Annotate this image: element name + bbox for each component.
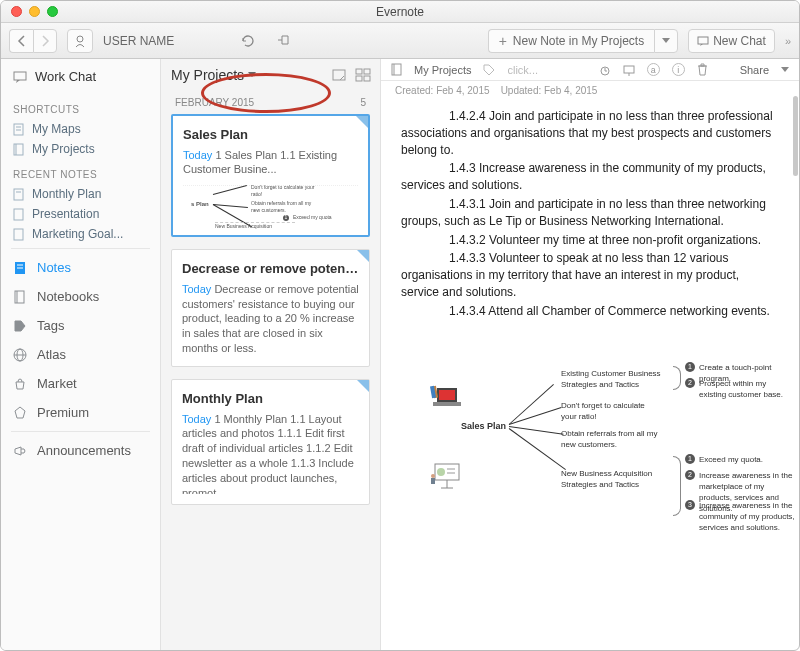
trash-icon[interactable] bbox=[697, 63, 708, 76]
date-header: FEBRUARY 2015 5 bbox=[161, 91, 380, 114]
reminder-icon[interactable] bbox=[599, 64, 611, 76]
nav-announcements[interactable]: Announcements bbox=[1, 436, 160, 465]
sidebar-item-label: My Maps bbox=[32, 122, 81, 136]
note-body[interactable]: 1.4.2.4 Join and participate in no less … bbox=[381, 100, 799, 650]
close-button[interactable] bbox=[11, 6, 22, 17]
sidebar-item-label: Presentation bbox=[32, 207, 99, 221]
window: Evernote USER NAME + New Note in My Proj… bbox=[0, 0, 800, 651]
detail-header: My Projects click... a i Share bbox=[381, 59, 799, 81]
svg-rect-6 bbox=[14, 144, 23, 155]
svg-rect-10 bbox=[14, 209, 23, 220]
note-meta: Created: Feb 4, 2015 Updated: Feb 4, 201… bbox=[381, 81, 799, 100]
card-snippet: Today Decrease or remove potential custo… bbox=[182, 282, 359, 356]
forward-button[interactable] bbox=[33, 29, 57, 53]
diagram: Sales Plan Existing Customer Business St… bbox=[401, 338, 779, 538]
sync-button[interactable] bbox=[234, 29, 262, 53]
nav-notes[interactable]: Notes bbox=[1, 253, 160, 282]
svg-rect-30 bbox=[624, 66, 634, 73]
notes-title-label: My Projects bbox=[171, 67, 244, 83]
nav-market[interactable]: Market bbox=[1, 369, 160, 398]
info-icon[interactable]: i bbox=[672, 63, 685, 76]
account-button[interactable] bbox=[67, 29, 93, 53]
body-line: 1.4.2.4 Join and participate in no less … bbox=[401, 108, 779, 158]
activity-button[interactable] bbox=[272, 29, 298, 53]
recent-header: RECENT NOTES bbox=[1, 159, 160, 184]
svg-rect-8 bbox=[14, 189, 23, 200]
diagram-node: Existing Customer Business Strategies an… bbox=[561, 368, 671, 390]
svg-rect-24 bbox=[364, 76, 370, 81]
sidebar: Work Chat SHORTCUTS My Maps My Projects … bbox=[1, 59, 161, 650]
breadcrumb[interactable]: My Projects bbox=[414, 64, 471, 76]
nav-label: Notes bbox=[37, 260, 71, 275]
nav-label: Notebooks bbox=[37, 289, 99, 304]
body-line: 1.4.3.2 Volunteer my time at three non-p… bbox=[401, 232, 779, 249]
overflow-icon[interactable]: » bbox=[785, 35, 791, 47]
nav-label: Premium bbox=[37, 405, 89, 420]
nav-atlas[interactable]: Atlas bbox=[1, 340, 160, 369]
toolbar: USER NAME + New Note in My Projects New … bbox=[1, 23, 799, 59]
list-view-icon[interactable] bbox=[332, 69, 346, 81]
back-button[interactable] bbox=[9, 29, 33, 53]
svg-point-43 bbox=[431, 474, 435, 478]
grid-view-icon[interactable] bbox=[356, 69, 370, 81]
main-area: Work Chat SHORTCUTS My Maps My Projects … bbox=[1, 59, 799, 650]
new-note-button[interactable]: + New Note in My Projects bbox=[488, 29, 655, 53]
sidebar-item-my-maps[interactable]: My Maps bbox=[1, 119, 160, 139]
note-icon bbox=[13, 123, 24, 136]
cards-list[interactable]: Sales Plan Today 1 Sales Plan 1.1 Existi… bbox=[161, 114, 380, 650]
sidebar-item-label: My Projects bbox=[32, 142, 95, 156]
new-note-label: New Note in My Projects bbox=[513, 34, 644, 48]
body-line: 1.4.3 Increase awareness in the communit… bbox=[401, 160, 779, 194]
sidebar-item-label: Monthly Plan bbox=[32, 187, 101, 201]
card-snippet: Today 1 Sales Plan 1.1 Existing Customer… bbox=[183, 148, 358, 178]
notebook-icon[interactable] bbox=[391, 63, 402, 76]
body-line: 1.4.3.4 Attend all Chamber of Commerce n… bbox=[401, 303, 779, 320]
detail-pane: My Projects click... a i Share Created: … bbox=[381, 59, 799, 650]
svg-point-0 bbox=[77, 36, 83, 42]
share-dropdown-icon[interactable] bbox=[781, 67, 789, 73]
market-icon bbox=[13, 377, 27, 391]
sidebar-item-my-projects[interactable]: My Projects bbox=[1, 139, 160, 159]
note-card-decrease[interactable]: Decrease or remove potential customers'…… bbox=[171, 249, 370, 367]
body-line: 1.4.3.1 Join and participate in no less … bbox=[401, 196, 779, 230]
zoom-button[interactable] bbox=[47, 6, 58, 17]
card-title: Decrease or remove potential customers'… bbox=[182, 260, 359, 278]
nav-tags[interactable]: Tags bbox=[1, 311, 160, 340]
svg-rect-34 bbox=[433, 402, 461, 406]
sidebar-item-presentation[interactable]: Presentation bbox=[1, 204, 160, 224]
svg-rect-44 bbox=[431, 478, 435, 484]
sidebar-item-monthly-plan[interactable]: Monthly Plan bbox=[1, 184, 160, 204]
notes-title-dropdown[interactable]: My Projects bbox=[171, 67, 256, 83]
scrollbar[interactable] bbox=[793, 96, 799, 650]
share-button[interactable]: Share bbox=[740, 64, 769, 76]
diagram-node: New Business Acquisition Strategies and … bbox=[561, 468, 671, 490]
premium-icon bbox=[13, 406, 27, 420]
tag-icon[interactable] bbox=[483, 64, 495, 76]
new-note-dropdown[interactable] bbox=[654, 29, 678, 53]
new-chat-button[interactable]: New Chat bbox=[688, 29, 775, 53]
nav-premium[interactable]: Premium bbox=[1, 398, 160, 427]
nav-notebooks[interactable]: Notebooks bbox=[1, 282, 160, 311]
note-card-sales-plan[interactable]: Sales Plan Today 1 Sales Plan 1.1 Existi… bbox=[171, 114, 370, 237]
notebooks-icon bbox=[13, 290, 27, 304]
tag-placeholder[interactable]: click... bbox=[507, 64, 538, 76]
present-icon[interactable] bbox=[623, 64, 635, 76]
work-chat-link[interactable]: Work Chat bbox=[1, 65, 160, 94]
nav-label: Market bbox=[37, 376, 77, 391]
svg-rect-20 bbox=[333, 70, 345, 80]
user-name[interactable]: USER NAME bbox=[103, 34, 174, 48]
annotate-icon[interactable]: a bbox=[647, 63, 660, 76]
tags-icon bbox=[13, 319, 27, 333]
date-label: FEBRUARY 2015 bbox=[175, 97, 254, 108]
sidebar-item-marketing-goal[interactable]: Marketing Goal... bbox=[1, 224, 160, 244]
card-title: Sales Plan bbox=[183, 126, 358, 144]
svg-rect-25 bbox=[392, 64, 401, 75]
svg-rect-2 bbox=[14, 72, 26, 80]
card-snippet: Today 1 Monthly Plan 1.1 Layout articles… bbox=[182, 412, 359, 494]
nav-group bbox=[9, 29, 57, 53]
minimize-button[interactable] bbox=[29, 6, 40, 17]
shortcuts-header: SHORTCUTS bbox=[1, 94, 160, 119]
nav-label: Announcements bbox=[37, 443, 131, 458]
card-thumbnail: s Plan Don't forget to calculate your ra… bbox=[183, 185, 358, 225]
note-card-monthly-plan[interactable]: Monthly Plan Today 1 Monthly Plan 1.1 La… bbox=[171, 379, 370, 505]
